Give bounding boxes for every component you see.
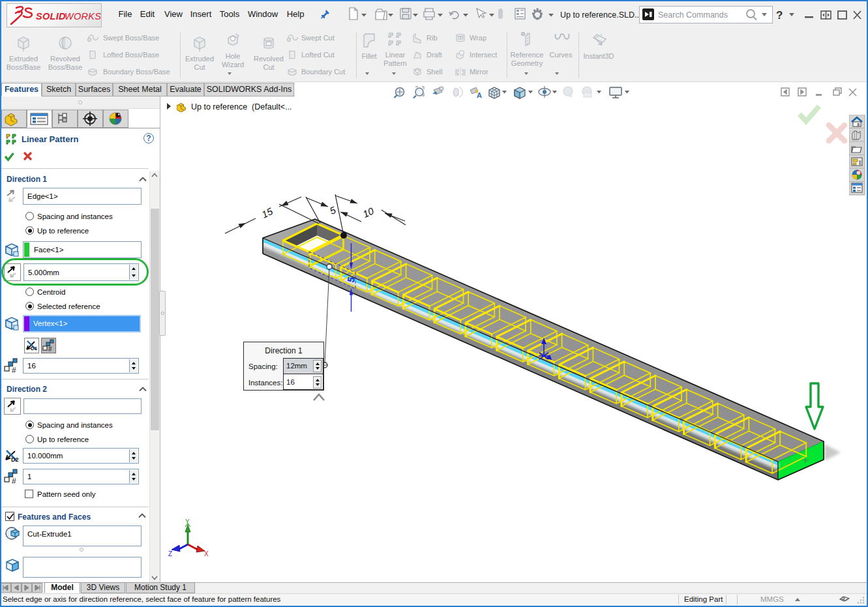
svg-text:#: # [12, 477, 16, 484]
svg-text:#: # [48, 346, 52, 352]
svg-text:D1: D1 [31, 346, 38, 351]
svg-text:#: # [12, 366, 16, 374]
svg-text:WORKS: WORKS [65, 11, 101, 22]
svg-text:D2: D2 [11, 456, 19, 463]
svg-text:5: 5 [328, 204, 338, 216]
svg-text:Y: Y [185, 518, 190, 526]
svg-text:Z: Z [168, 550, 172, 557]
svg-text:X: X [204, 550, 209, 557]
svg-text:?: ? [776, 9, 783, 22]
svg-text:10: 10 [361, 205, 376, 220]
svg-text:15: 15 [260, 205, 275, 220]
svg-text:SOLID: SOLID [36, 11, 66, 22]
